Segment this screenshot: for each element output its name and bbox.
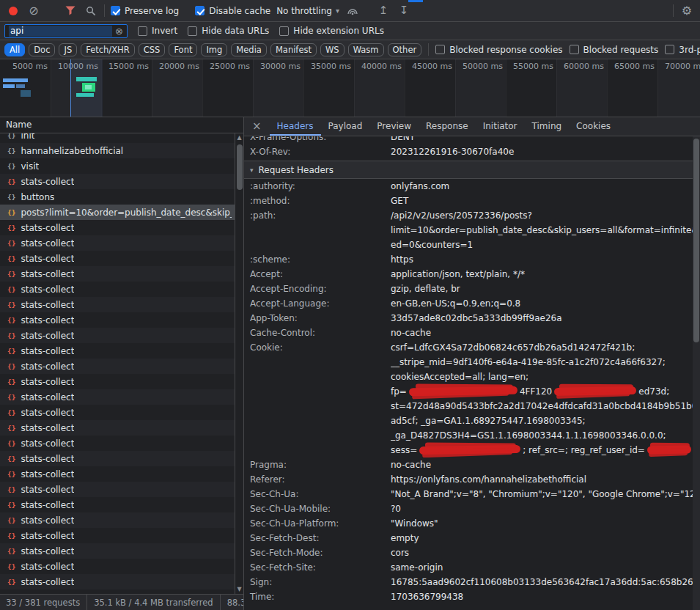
request-row[interactable]: {}stats-collect <box>0 512 243 528</box>
request-row[interactable]: {}stats-collect <box>0 559 243 574</box>
checkbox-unchecked-icon <box>279 26 289 36</box>
scrollbar-thumb[interactable] <box>237 144 243 190</box>
tab-timing[interactable]: Timing <box>525 117 570 136</box>
checkbox-unchecked-icon <box>665 45 674 54</box>
third-party-requests-checkbox[interactable]: 3rd-party requests <box>665 45 700 55</box>
request-row[interactable]: {}stats-collect <box>0 328 243 343</box>
filter-chip-font[interactable]: Font <box>169 43 197 56</box>
request-row[interactable]: {}stats-collect <box>0 235 243 251</box>
header-value: /api2/v2/users/20572336/posts?limit=10&o… <box>391 208 700 252</box>
timeline-band: 55000 ms <box>506 59 556 117</box>
header-row: Referer:https://onlyfans.com/hannaheliza… <box>244 472 700 487</box>
network-overview[interactable]: 5000 ms10000 ms15000 ms20000 ms25000 ms3… <box>0 59 700 117</box>
request-row[interactable]: {}stats-collect <box>0 451 243 466</box>
export-har-button[interactable]: ↥ <box>376 4 391 18</box>
request-row[interactable]: {}stats-collect <box>0 359 243 374</box>
timeline-band: 5000 ms <box>0 59 51 117</box>
clear-filter-icon[interactable]: ⊗ <box>115 26 123 36</box>
request-row[interactable]: {}stats-collect <box>0 466 243 482</box>
scroll-down-icon[interactable]: ▼ <box>237 585 241 594</box>
tab-cookies[interactable]: Cookies <box>569 117 618 136</box>
disclosure-triangle-icon: ▾ <box>250 166 254 174</box>
header-value: empty <box>391 531 700 545</box>
tab-headers[interactable]: Headers <box>270 117 321 136</box>
timeline-band: 25000 ms <box>202 59 253 117</box>
filter-input[interactable]: api ⊗ <box>4 24 128 38</box>
request-row[interactable]: {}stats-collect <box>0 312 243 328</box>
invert-checkbox[interactable]: Invert <box>138 26 177 36</box>
blocked-response-cookies-checkbox[interactable]: Blocked response cookies <box>435 45 562 55</box>
tab-payload[interactable]: Payload <box>321 117 370 136</box>
request-row[interactable]: {}stats-collect <box>0 251 243 266</box>
preserve-log-checkbox[interactable]: Preserve log <box>111 6 179 16</box>
request-row-selected[interactable]: {}posts?limit=10&order=publish_date_desc… <box>0 205 243 220</box>
settings-button[interactable]: ⚙ <box>679 4 694 18</box>
scrollbar-thumb[interactable] <box>693 139 699 342</box>
request-row[interactable]: {}stats-collect <box>0 482 243 497</box>
throttling-select[interactable]: No throttling ▾ <box>276 6 339 16</box>
tab-response[interactable]: Response <box>419 117 476 136</box>
request-row[interactable]: {}stats-collect <box>0 297 243 312</box>
filter-chip-img[interactable]: Img <box>201 43 227 56</box>
request-row[interactable]: {}init <box>0 133 243 143</box>
request-row[interactable]: {}stats-collect <box>0 497 243 512</box>
response-headers-partial: X-Frame-Options:DENYX-Of-Rev:20231226191… <box>244 136 700 159</box>
request-row[interactable]: {}stats-collect <box>0 266 243 282</box>
filter-toggle-button[interactable] <box>63 4 78 18</box>
request-row[interactable]: {}stats-collect <box>0 436 243 451</box>
clear-network-log-button[interactable]: ⊘ <box>26 4 41 18</box>
filter-chip-other[interactable]: Other <box>388 43 422 56</box>
request-row[interactable]: {}stats-collect <box>0 420 243 436</box>
request-row[interactable]: {}stats-collect <box>0 220 243 235</box>
timeline-band: 35000 ms <box>303 59 354 117</box>
scroll-up-icon[interactable]: ▲ <box>237 133 241 142</box>
request-row[interactable]: {}stats-collect <box>0 389 243 405</box>
header-row: :scheme:https <box>244 252 700 267</box>
network-conditions-button[interactable] <box>345 4 360 18</box>
detail-scrollbar[interactable] <box>693 136 700 610</box>
filter-input-value: api <box>9 26 112 37</box>
request-row[interactable]: {}stats-collect <box>0 282 243 297</box>
column-header-name[interactable]: Name <box>0 117 243 133</box>
request-row[interactable]: {}stats-collect <box>0 574 243 589</box>
search-button[interactable] <box>84 4 98 18</box>
filter-chip-ws[interactable]: WS <box>320 43 345 56</box>
status-divider <box>86 595 87 610</box>
filter-chip-js[interactable]: JS <box>59 43 77 56</box>
tab-preview[interactable]: Preview <box>369 117 419 136</box>
record-button[interactable] <box>6 4 21 18</box>
import-har-button[interactable]: ↧ <box>397 4 411 18</box>
filter-chip-media[interactable]: Media <box>231 43 267 56</box>
request-row[interactable]: {}stats-collect <box>0 374 243 389</box>
filter-chip-wasm[interactable]: Wasm <box>348 43 384 56</box>
request-row[interactable]: {}stats-collect <box>0 174 243 189</box>
request-row[interactable]: {}stats-collect <box>0 343 243 359</box>
section-title: Request Headers <box>259 165 334 175</box>
request-row[interactable]: {}stats-collect <box>0 528 243 543</box>
hide-data-urls-checkbox[interactable]: Hide data URLs <box>188 26 269 36</box>
filter-chip-css[interactable]: CSS <box>139 43 166 56</box>
header-row: Sign:16785:5aad9602cf110608b03133de56364… <box>244 575 700 589</box>
request-row[interactable]: {}hannahelizabethofficial <box>0 143 243 158</box>
header-value: application/json, text/plain, */* <box>391 267 700 282</box>
request-row[interactable]: {}stats-collect <box>0 543 243 559</box>
hide-extension-urls-checkbox[interactable]: Hide extension URLs <box>279 26 384 36</box>
header-row: Sec-Fetch-Site:same-origin <box>244 560 700 575</box>
tab-initiator[interactable]: Initiator <box>476 117 525 136</box>
request-row[interactable]: {}buttons <box>0 189 243 205</box>
blocked-requests-checkbox[interactable]: Blocked requests <box>570 45 659 55</box>
request-row[interactable]: {}visit <box>0 158 243 174</box>
toolbar-divider <box>673 4 674 17</box>
filter-chip-manifest[interactable]: Manifest <box>270 43 317 56</box>
filter-chip-doc[interactable]: Doc <box>29 43 55 56</box>
timeline-band: 20000 ms <box>152 59 202 117</box>
list-scrollbar[interactable]: ▲ ▼ <box>235 133 243 594</box>
request-headers-section[interactable]: ▾ Request Headers <box>244 161 700 179</box>
request-row[interactable]: {}stats-collect <box>0 405 243 420</box>
filter-chip-fetchxhr[interactable]: Fetch/XHR <box>81 43 135 56</box>
close-detail-icon[interactable]: × <box>244 121 270 132</box>
disable-cache-checkbox[interactable]: Disable cache <box>195 6 270 16</box>
header-row: Accept-Encoding:gzip, deflate, br <box>244 282 700 296</box>
header-value: same-origin <box>391 560 700 575</box>
filter-chip-all[interactable]: All <box>4 43 25 56</box>
